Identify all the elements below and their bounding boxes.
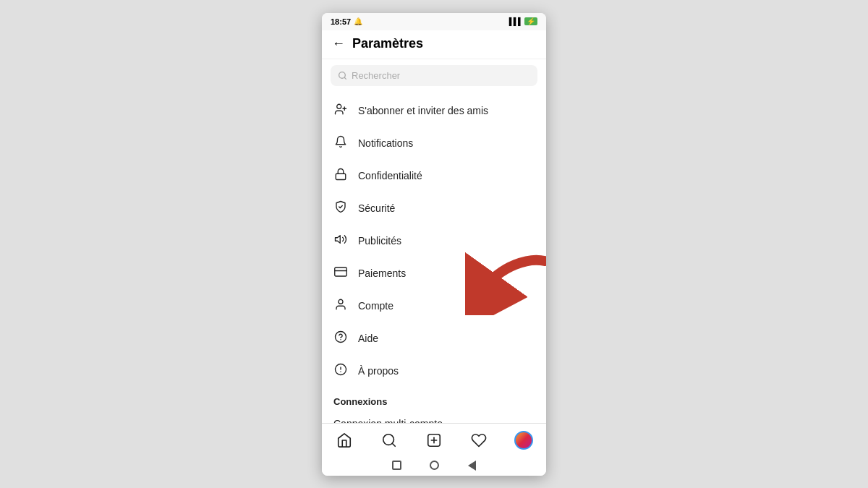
search-icon bbox=[338, 71, 347, 80]
nav-search-button[interactable] bbox=[375, 429, 404, 451]
svg-line-1 bbox=[344, 77, 346, 79]
bottom-nav bbox=[322, 423, 546, 455]
status-left: 18:57 🔔 bbox=[331, 17, 362, 26]
notifications-label: Notifications bbox=[358, 137, 413, 149]
svg-point-9 bbox=[339, 299, 343, 304]
confidentiality-label: Confidentialité bbox=[358, 170, 422, 181]
menu-item-security[interactable]: Sécurité bbox=[322, 192, 546, 225]
shield-icon bbox=[333, 200, 348, 217]
credit-card-icon bbox=[333, 265, 348, 282]
signal-icon: ▌▌▌ bbox=[509, 17, 522, 25]
person-add-icon bbox=[333, 103, 348, 119]
battery-icon: ⚡ bbox=[524, 17, 537, 25]
nav-profile-button[interactable] bbox=[509, 429, 538, 451]
status-right: ▌▌▌ ⚡ bbox=[509, 17, 537, 25]
system-nav-bar bbox=[322, 455, 546, 476]
phone-screen: 18:57 🔔 ▌▌▌ ⚡ ← Paramètres Rechercher bbox=[322, 13, 546, 476]
back-button[interactable]: ← bbox=[332, 36, 345, 51]
menu-item-notifications[interactable]: Notifications bbox=[322, 127, 546, 160]
search-input[interactable]: Rechercher bbox=[352, 70, 400, 81]
menu-item-subscribe[interactable]: S'abonner et inviter des amis bbox=[322, 95, 546, 127]
circle-icon bbox=[430, 461, 439, 470]
sys-circle-button[interactable] bbox=[428, 460, 440, 471]
info-circle-icon bbox=[333, 363, 348, 380]
help-label: Aide bbox=[358, 333, 378, 344]
nav-home-button[interactable] bbox=[330, 429, 359, 451]
svg-marker-6 bbox=[336, 235, 341, 243]
connexions-section-header: Connexions bbox=[322, 388, 546, 410]
svg-line-17 bbox=[392, 443, 395, 446]
search-bar[interactable]: Rechercher bbox=[331, 65, 537, 86]
menu-item-account[interactable]: Compte bbox=[322, 290, 546, 322]
user-circle-icon bbox=[333, 298, 348, 314]
multi-account-label: Connexion multi-compte bbox=[333, 418, 443, 423]
question-circle-icon bbox=[333, 330, 348, 347]
menu-item-about[interactable]: À propos bbox=[322, 355, 546, 388]
about-label: À propos bbox=[358, 365, 399, 377]
megaphone-icon bbox=[333, 233, 348, 249]
page-title: Paramètres bbox=[352, 36, 423, 51]
ads-label: Publicités bbox=[358, 235, 401, 247]
subscribe-label: S'abonner et inviter des amis bbox=[358, 105, 488, 116]
status-bar: 18:57 🔔 ▌▌▌ ⚡ bbox=[322, 13, 546, 30]
sys-square-button[interactable] bbox=[391, 460, 402, 471]
menu-item-confidentiality[interactable]: Confidentialité bbox=[322, 160, 546, 192]
menu-item-ads[interactable]: Publicités bbox=[322, 225, 546, 257]
avatar bbox=[514, 431, 533, 450]
bell-icon bbox=[333, 135, 348, 152]
header: ← Paramètres bbox=[322, 30, 546, 59]
svg-point-2 bbox=[337, 104, 341, 108]
nav-add-button[interactable] bbox=[420, 429, 448, 451]
payments-label: Paiements bbox=[358, 267, 406, 279]
square-icon bbox=[392, 461, 401, 470]
svg-point-11 bbox=[336, 331, 346, 342]
triangle-icon bbox=[468, 461, 476, 471]
sys-back-button[interactable] bbox=[466, 460, 477, 471]
time-display: 18:57 bbox=[331, 17, 351, 26]
account-label: Compte bbox=[358, 300, 393, 312]
menu-item-payments[interactable]: Paiements bbox=[322, 257, 546, 290]
menu-list: S'abonner et inviter des amis Notificati… bbox=[322, 92, 546, 423]
svg-rect-7 bbox=[335, 267, 347, 276]
nav-heart-button[interactable] bbox=[464, 429, 493, 451]
alarm-icon: 🔔 bbox=[354, 17, 362, 25]
lock-icon bbox=[333, 168, 348, 184]
menu-item-multi-account[interactable]: Connexion multi-compte bbox=[322, 410, 546, 423]
menu-item-help[interactable]: Aide bbox=[322, 322, 546, 355]
security-label: Sécurité bbox=[358, 202, 395, 214]
svg-rect-5 bbox=[336, 174, 346, 179]
